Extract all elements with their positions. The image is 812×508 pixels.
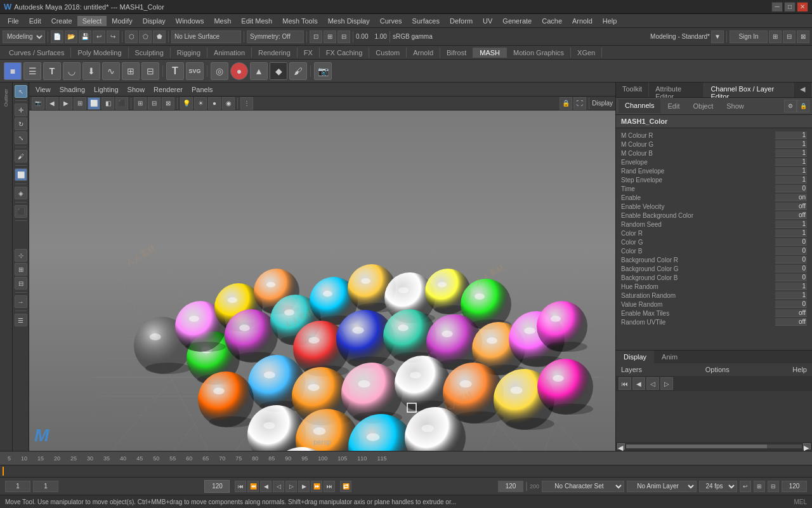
menu-item-file[interactable]: File <box>3 16 24 26</box>
mode-select[interactable]: Modeling <box>3 30 45 43</box>
paint-btn[interactable]: ⬟ <box>153 30 166 43</box>
vp-lock-btn[interactable]: 🔒 <box>560 97 572 110</box>
channels-tab[interactable]: Channels <box>619 99 661 113</box>
channel-value[interactable]: 0 <box>775 274 807 281</box>
anim-layer-select[interactable]: No Anim Layer <box>627 481 697 492</box>
channel-value[interactable]: 1 <box>775 158 807 166</box>
shelf-tab-fx-caching[interactable]: FX Caching <box>320 48 369 58</box>
channel-row[interactable]: Value Random0 <box>619 300 809 309</box>
play-back-btn[interactable]: ◁ <box>273 481 284 492</box>
vp-light-btn[interactable]: 💡 <box>180 97 193 110</box>
vp-shadow2-btn[interactable]: ◉ <box>222 97 235 110</box>
menu-item-edit mesh[interactable]: Edit Mesh <box>236 16 277 26</box>
vp-fullscreen-btn[interactable]: ⛶ <box>573 97 586 110</box>
extra3-btn[interactable]: ⊠ <box>797 30 809 43</box>
show-menu[interactable]: Show <box>125 86 148 93</box>
select-btn[interactable]: ⬡ <box>125 30 138 43</box>
nav-prev-prev-btn[interactable]: ⏮ <box>619 377 631 390</box>
menu-item-mesh display[interactable]: Mesh Display <box>323 16 375 26</box>
channel-row[interactable]: Time0 <box>619 184 809 193</box>
channel-value[interactable]: 0 <box>775 256 807 264</box>
save-file-btn[interactable]: 💾 <box>79 30 91 43</box>
channel-row[interactable]: Saturation Random1 <box>619 291 809 300</box>
menu-item-mesh[interactable]: Mesh <box>209 16 236 26</box>
channel-value[interactable]: off <box>775 318 807 326</box>
diamond-btn[interactable]: ◈ <box>15 187 27 199</box>
rp-scrollbar[interactable]: ◀ ▶ <box>616 442 812 451</box>
shelf-tab-fx[interactable]: FX <box>298 48 320 58</box>
menu-item-select[interactable]: Select <box>77 16 107 26</box>
channel-row[interactable]: Enable Background Coloroff <box>619 211 809 220</box>
redo-btn[interactable]: ↪ <box>107 30 119 43</box>
snap1-btn[interactable]: ⊡ <box>310 30 322 43</box>
vp-grid-btn[interactable]: ⊞ <box>134 97 147 110</box>
channel-row[interactable]: Hue Random1 <box>619 282 809 291</box>
view-menu[interactable]: View <box>33 86 53 93</box>
options-menu[interactable]: Options <box>703 366 732 373</box>
channel-value[interactable]: off <box>775 309 807 317</box>
vp-grid2-btn[interactable]: ⊟ <box>148 97 160 110</box>
menu-item-uv[interactable]: UV <box>478 16 497 26</box>
channel-row[interactable]: M Colour G1 <box>619 140 809 149</box>
nav-next2-btn[interactable]: ▷ <box>660 377 673 390</box>
shelf-icon-cone[interactable]: ▲ <box>250 62 268 80</box>
rp-settings-btn[interactable]: ⚙ <box>784 100 797 112</box>
edit-tab[interactable]: Edit <box>661 100 686 112</box>
shelf-tab-arnold[interactable]: Arnold <box>407 48 440 58</box>
channel-value[interactable]: off <box>775 211 807 219</box>
shelf-icon-svg[interactable]: SVG <box>186 62 204 80</box>
channel-value[interactable]: 0 <box>775 300 807 308</box>
viewport[interactable]: X Y Z 人人素材 人人素材 人人素材 人人素材 人人素材 persp M <box>29 110 615 451</box>
new-file-btn[interactable]: 📄 <box>51 30 63 43</box>
vp-next-btn[interactable]: ▶ <box>60 97 72 110</box>
grid3-btn[interactable]: ⊞ <box>15 263 27 276</box>
vp-wire-btn[interactable]: ⬜ <box>88 97 100 110</box>
menu-item-arnold[interactable]: Arnold <box>567 16 598 26</box>
arrow-btn[interactable]: → <box>15 295 27 308</box>
extra-pb-btn[interactable]: ⊞ <box>754 481 765 492</box>
menu-item-edit[interactable]: Edit <box>24 16 46 26</box>
prev-frame-btn[interactable]: ⏪ <box>247 481 259 492</box>
scroll-right-btn[interactable]: ▶ <box>803 443 811 450</box>
channel-row[interactable]: Color B0 <box>619 246 809 255</box>
shelf-icon-T2[interactable]: T <box>166 62 184 80</box>
live-surface-input[interactable]: No Live Surface <box>171 30 241 43</box>
renderer-menu[interactable]: Renderer <box>151 86 185 93</box>
channel-value[interactable]: 1 <box>775 149 807 157</box>
maximize-button[interactable]: □ <box>784 2 796 12</box>
channel-value[interactable]: 0 <box>775 265 807 272</box>
rotate-tool-btn[interactable]: ↻ <box>15 117 27 130</box>
char-set-select[interactable]: No Character Set <box>542 481 624 492</box>
menu-item-cache[interactable]: Cache <box>537 16 567 26</box>
vp-shade-btn[interactable]: ◧ <box>102 97 114 110</box>
shelf-icon-grid2[interactable]: ⊟ <box>141 62 159 80</box>
vp-more-btn[interactable]: ⋮ <box>240 97 253 110</box>
prev-key-btn[interactable]: ◀ <box>260 481 272 492</box>
menu-item-mesh tools[interactable]: Mesh Tools <box>277 16 322 26</box>
move2-btn[interactable]: ⊹ <box>15 249 27 262</box>
channel-row[interactable]: M Colour B1 <box>619 149 809 157</box>
channel-value[interactable]: on <box>775 194 807 201</box>
shelf-icon-camera[interactable]: 📷 <box>314 62 332 80</box>
attribute-editor-tab[interactable]: Attribute Editor <box>649 83 704 97</box>
menu-item-generate[interactable]: Generate <box>497 16 537 26</box>
channel-value[interactable]: 1 <box>775 283 807 290</box>
move-tool-btn[interactable]: ✛ <box>15 104 27 116</box>
anim-tab[interactable]: Anim <box>654 351 685 363</box>
loop-btn[interactable]: 🔁 <box>340 481 351 492</box>
frame-current-right-input[interactable] <box>498 481 523 492</box>
channel-value[interactable]: 1 <box>775 167 807 175</box>
channel-row[interactable]: Background Color G0 <box>619 264 809 273</box>
loop2-btn[interactable]: ↩ <box>740 481 751 492</box>
shelf-icon-circle[interactable]: ◎ <box>211 62 228 80</box>
paint-select-btn[interactable]: 🖌 <box>15 150 27 163</box>
fps-select[interactable]: 24 fps <box>699 481 737 492</box>
channel-value[interactable]: 1 <box>775 131 807 139</box>
frame-end-input[interactable] <box>782 481 807 492</box>
panels-menu[interactable]: Panels <box>189 86 216 93</box>
vp-prev-btn[interactable]: ◀ <box>46 97 58 110</box>
channel-value[interactable]: 0 <box>775 238 807 246</box>
channel-value[interactable]: 1 <box>775 140 807 148</box>
vp-light2-btn[interactable]: ☀ <box>194 97 207 110</box>
shelf-tab-motion-graphics[interactable]: Motion Graphics <box>507 48 571 58</box>
